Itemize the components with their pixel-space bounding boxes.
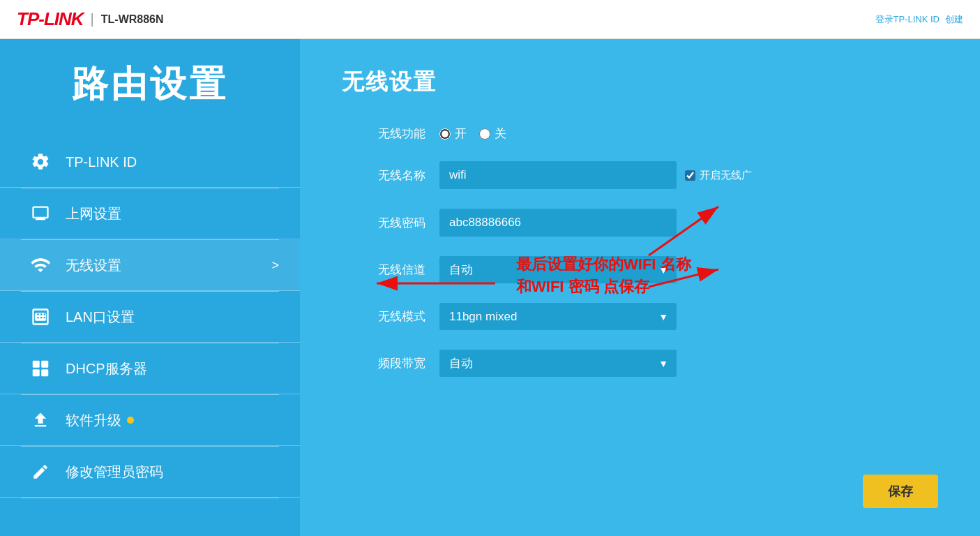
sidebar-item-password-label: 修改管理员密码 (66, 463, 163, 482)
sidebar-item-dhcp[interactable]: DHCP服务器 (0, 343, 300, 394)
mode-select-wrapper: 11bgn mixed 11b only 11g only 11n only ▼ (439, 303, 677, 330)
sidebar-item-wireless-arrow: > (271, 258, 279, 273)
wireless-on-label: 开 (455, 126, 467, 142)
wireless-func-row: 无线功能 开 关 (342, 126, 938, 142)
sidebar-item-lan[interactable]: LAN口设置 (0, 292, 300, 343)
wireless-on-radio[interactable]: 开 (439, 126, 467, 142)
header-links: 登录TP-LINK ID 创建 (875, 13, 963, 26)
wireless-name-input[interactable] (439, 161, 677, 189)
broadcast-label-text: 开启无线广 (700, 169, 752, 182)
lan-icon (28, 304, 53, 329)
wireless-func-control: 开 关 (439, 126, 506, 142)
wireless-name-row: 无线名称 开启无线广 (342, 161, 938, 189)
sidebar-item-tplink-id[interactable]: TP-LINK ID (0, 137, 300, 188)
sidebar: 路由设置 TP-LINK ID 上网设置 无线设置 > (0, 39, 300, 536)
layout: 路由设置 TP-LINK ID 上网设置 无线设置 > (0, 39, 980, 536)
brand-model: TL-WR886N (101, 13, 164, 26)
save-button[interactable]: 保存 (863, 475, 938, 508)
sidebar-item-wireless[interactable]: 无线设置 > (0, 240, 300, 291)
header: TP-LINK | TL-WR886N 登录TP-LINK ID 创建 (0, 0, 980, 39)
broadcast-checkbox-label[interactable]: 开启无线广 (685, 169, 752, 182)
wireless-password-input[interactable] (439, 209, 677, 237)
login-link[interactable]: 登录TP-LINK ID (875, 13, 940, 26)
page-title: 无线设置 (342, 67, 938, 98)
wireless-on-input[interactable] (439, 128, 451, 140)
svg-rect-0 (33, 361, 40, 368)
wireless-bandwidth-control: 自动 20MHz 40MHz ▼ (439, 350, 677, 377)
dhcp-icon (28, 356, 53, 381)
wireless-off-label: 关 (495, 126, 506, 142)
upload-icon (28, 408, 53, 433)
broadcast-checkbox[interactable] (685, 170, 695, 181)
sidebar-title: 路由设置 (0, 60, 300, 109)
wireless-password-row: 无线密码 (342, 209, 938, 237)
logo: TP-LINK | TL-WR886N (17, 8, 164, 30)
svg-rect-1 (41, 361, 48, 368)
monitor-icon (28, 201, 53, 226)
logo-divider: | (91, 11, 94, 27)
channel-select[interactable]: 自动 123 456 789 10111213 (439, 256, 677, 283)
sidebar-item-internet[interactable]: 上网设置 (0, 188, 300, 239)
main-content: 无线设置 无线功能 开 关 无线名称 开启无线 (300, 39, 980, 536)
sidebar-item-internet-label: 上网设置 (66, 204, 121, 223)
mode-select[interactable]: 11bgn mixed 11b only 11g only 11n only (439, 303, 677, 330)
wireless-off-input[interactable] (479, 128, 490, 140)
wireless-mode-row: 无线模式 11bgn mixed 11b only 11g only 11n o… (342, 303, 938, 330)
channel-select-wrapper: 自动 123 456 789 10111213 ▼ (439, 256, 677, 283)
wireless-password-label: 无线密码 (342, 215, 425, 231)
wireless-bandwidth-label: 频段带宽 (342, 355, 425, 371)
register-link[interactable]: 创建 (945, 13, 963, 26)
wireless-func-label: 无线功能 (342, 126, 425, 142)
wireless-password-control (439, 209, 677, 237)
wireless-name-label: 无线名称 (342, 168, 425, 184)
wireless-mode-label: 无线模式 (342, 308, 425, 325)
annotation-overlay: 最后设置好你的WIFI 名称 和WIFI 密码 点保存 (300, 39, 980, 536)
sidebar-item-password[interactable]: 修改管理员密码 (0, 447, 300, 498)
sidebar-item-upgrade[interactable]: 软件升级 (0, 395, 300, 446)
annotation-svg: 最后设置好你的WIFI 名称 和WIFI 密码 点保存 (300, 39, 980, 536)
svg-rect-2 (33, 369, 40, 376)
wireless-name-control: 开启无线广 (439, 161, 752, 189)
wireless-channel-row: 无线信道 自动 123 456 789 10111213 ▼ (342, 256, 938, 283)
sidebar-item-dhcp-label: DHCP服务器 (66, 359, 147, 378)
bandwidth-select[interactable]: 自动 20MHz 40MHz (439, 350, 677, 377)
gear-icon (28, 149, 53, 174)
wireless-off-radio[interactable]: 关 (479, 126, 506, 142)
bandwidth-select-wrapper: 自动 20MHz 40MHz ▼ (439, 350, 677, 377)
wireless-channel-label: 无线信道 (342, 262, 425, 278)
sidebar-item-wireless-label: 无线设置 (66, 256, 121, 275)
wifi-icon (28, 253, 53, 278)
brand-tp: TP-LINK (17, 8, 84, 30)
sidebar-item-tplink-label: TP-LINK ID (66, 154, 137, 170)
wireless-mode-control: 11bgn mixed 11b only 11g only 11n only ▼ (439, 303, 677, 330)
sidebar-item-upgrade-label: 软件升级 (66, 411, 121, 430)
wireless-channel-control: 自动 123 456 789 10111213 ▼ (439, 256, 677, 283)
sidebar-item-lan-label: LAN口设置 (66, 308, 135, 327)
pencil-icon (28, 459, 53, 484)
svg-rect-3 (41, 369, 48, 376)
wireless-bandwidth-row: 频段带宽 自动 20MHz 40MHz ▼ (342, 350, 938, 377)
upgrade-badge (127, 417, 134, 424)
